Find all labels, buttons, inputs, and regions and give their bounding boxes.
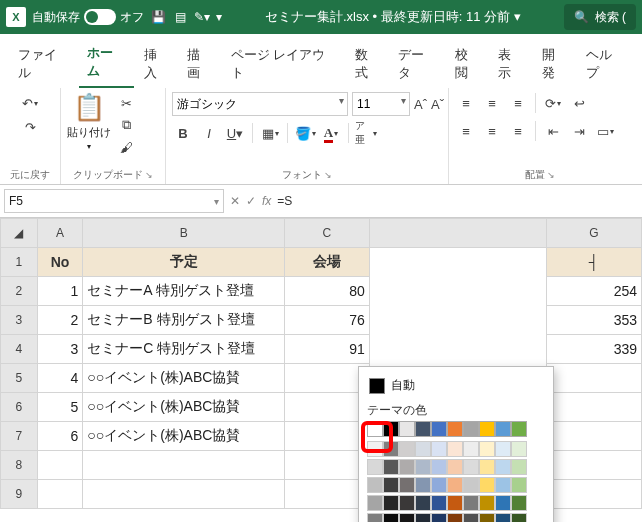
align-launcher-icon[interactable]: ↘ xyxy=(547,170,555,180)
touch-icon[interactable]: ✎▾ xyxy=(194,9,210,25)
color-swatch[interactable] xyxy=(431,513,447,522)
color-swatch[interactable] xyxy=(463,459,479,475)
font-size-select[interactable] xyxy=(352,92,410,116)
format-painter-button[interactable]: 🖌 xyxy=(115,136,137,158)
header-g[interactable]: ┤ xyxy=(547,248,642,277)
color-swatch[interactable] xyxy=(383,495,399,511)
color-swatch[interactable] xyxy=(479,421,495,437)
auto-color-item[interactable]: 自動 xyxy=(367,373,545,398)
align-left-button[interactable]: ≡ xyxy=(455,120,477,142)
increase-indent-button[interactable]: ⇥ xyxy=(568,120,590,142)
file-name[interactable]: セミナー集計.xlsx • 最終更新日時: 11 分前 ▾ xyxy=(228,8,558,26)
color-swatch[interactable] xyxy=(511,441,527,457)
align-bottom-button[interactable]: ≡ xyxy=(507,92,529,114)
cell-c3[interactable]: 76 xyxy=(284,306,369,335)
cell-c7[interactable] xyxy=(284,422,369,451)
cell-b2[interactable]: セミナーA 特別ゲスト登壇 xyxy=(83,277,285,306)
color-swatch[interactable] xyxy=(447,421,463,437)
color-swatch[interactable] xyxy=(383,513,399,522)
color-swatch[interactable] xyxy=(415,441,431,457)
redo-button[interactable]: ↷ xyxy=(19,116,41,138)
cell-g3[interactable]: 353 xyxy=(547,306,642,335)
header-yotei[interactable]: 予定 xyxy=(83,248,285,277)
font-name-select[interactable] xyxy=(172,92,348,116)
color-swatch[interactable] xyxy=(479,459,495,475)
color-swatch[interactable] xyxy=(511,477,527,493)
cell-c5[interactable] xyxy=(284,364,369,393)
color-swatch[interactable] xyxy=(511,513,527,522)
cell-b3[interactable]: セミナーB 特別ゲスト登壇 xyxy=(83,306,285,335)
col-header-b[interactable]: B xyxy=(83,219,285,248)
row-header-3[interactable]: 3 xyxy=(1,306,38,335)
color-swatch[interactable] xyxy=(367,477,383,493)
color-swatch[interactable] xyxy=(367,495,383,511)
accessibility-icon[interactable]: ▤ xyxy=(172,9,188,25)
color-swatch[interactable] xyxy=(415,459,431,475)
color-swatch[interactable] xyxy=(479,513,495,522)
tab-draw[interactable]: 描画 xyxy=(179,42,221,88)
color-swatch[interactable] xyxy=(479,477,495,493)
tab-review[interactable]: 校閲 xyxy=(447,42,489,88)
align-top-button[interactable]: ≡ xyxy=(455,92,477,114)
color-swatch[interactable] xyxy=(431,459,447,475)
color-swatch[interactable] xyxy=(447,441,463,457)
color-swatch[interactable] xyxy=(447,459,463,475)
color-swatch[interactable] xyxy=(463,421,479,437)
bold-button[interactable]: B xyxy=(172,122,194,144)
tab-help[interactable]: ヘルプ xyxy=(578,42,632,88)
copy-button[interactable]: ⧉ xyxy=(115,114,137,136)
phonetic-button[interactable]: ア亜 xyxy=(355,122,377,144)
color-swatch[interactable] xyxy=(415,477,431,493)
color-swatch[interactable] xyxy=(367,513,383,522)
color-swatch[interactable] xyxy=(415,513,431,522)
color-swatch[interactable] xyxy=(399,513,415,522)
paste-button[interactable]: 📋 貼り付け ▾ xyxy=(67,92,111,151)
row-header-8[interactable]: 8 xyxy=(1,451,38,480)
color-swatch[interactable] xyxy=(495,495,511,511)
color-swatch[interactable] xyxy=(479,441,495,457)
color-swatch[interactable] xyxy=(447,477,463,493)
color-swatch[interactable] xyxy=(383,477,399,493)
color-swatch[interactable] xyxy=(495,421,511,437)
color-swatch[interactable] xyxy=(399,441,415,457)
color-swatch[interactable] xyxy=(399,477,415,493)
col-header-a[interactable]: A xyxy=(37,219,83,248)
cell-g2[interactable]: 254 xyxy=(547,277,642,306)
save-icon[interactable]: 💾 xyxy=(150,9,166,25)
color-swatch[interactable] xyxy=(415,421,431,437)
italic-button[interactable]: I xyxy=(198,122,220,144)
color-swatch[interactable] xyxy=(399,459,415,475)
color-swatch[interactable] xyxy=(383,441,399,457)
row-header-7[interactable]: 7 xyxy=(1,422,38,451)
cell-a7[interactable]: 6 xyxy=(37,422,83,451)
color-swatch[interactable] xyxy=(399,421,415,437)
color-swatch[interactable] xyxy=(367,421,383,437)
cell-c4[interactable]: 91 xyxy=(284,335,369,364)
color-swatch[interactable] xyxy=(367,459,383,475)
decrease-font-button[interactable]: Aˇ xyxy=(431,93,444,115)
cell-b5[interactable]: ○○イベント(株)ABC協賛 xyxy=(83,364,285,393)
color-swatch[interactable] xyxy=(383,459,399,475)
tab-data[interactable]: データ xyxy=(390,42,444,88)
color-swatch[interactable] xyxy=(463,513,479,522)
border-button[interactable]: ▦ xyxy=(259,122,281,144)
font-launcher-icon[interactable]: ↘ xyxy=(324,170,332,180)
cell-c6[interactable] xyxy=(284,393,369,422)
undo-button[interactable]: ↶ xyxy=(19,92,41,114)
formula-input[interactable]: =S xyxy=(277,194,292,208)
decrease-indent-button[interactable]: ⇤ xyxy=(542,120,564,142)
color-swatch[interactable] xyxy=(431,477,447,493)
cancel-formula-icon[interactable]: ✕ xyxy=(230,194,240,208)
color-swatch[interactable] xyxy=(431,441,447,457)
align-right-button[interactable]: ≡ xyxy=(507,120,529,142)
cell-c2[interactable]: 80 xyxy=(284,277,369,306)
align-middle-button[interactable]: ≡ xyxy=(481,92,503,114)
wrap-text-button[interactable]: ↩ xyxy=(568,92,590,114)
cell-a2[interactable]: 1 xyxy=(37,277,83,306)
cell-g4[interactable]: 339 xyxy=(547,335,642,364)
select-all-corner[interactable]: ◢ xyxy=(1,219,38,248)
increase-font-button[interactable]: Aˆ xyxy=(414,93,427,115)
color-swatch[interactable] xyxy=(495,513,511,522)
autosave-toggle[interactable]: 自動保存 オフ xyxy=(32,9,144,26)
fill-color-button[interactable]: 🪣 xyxy=(294,122,316,144)
